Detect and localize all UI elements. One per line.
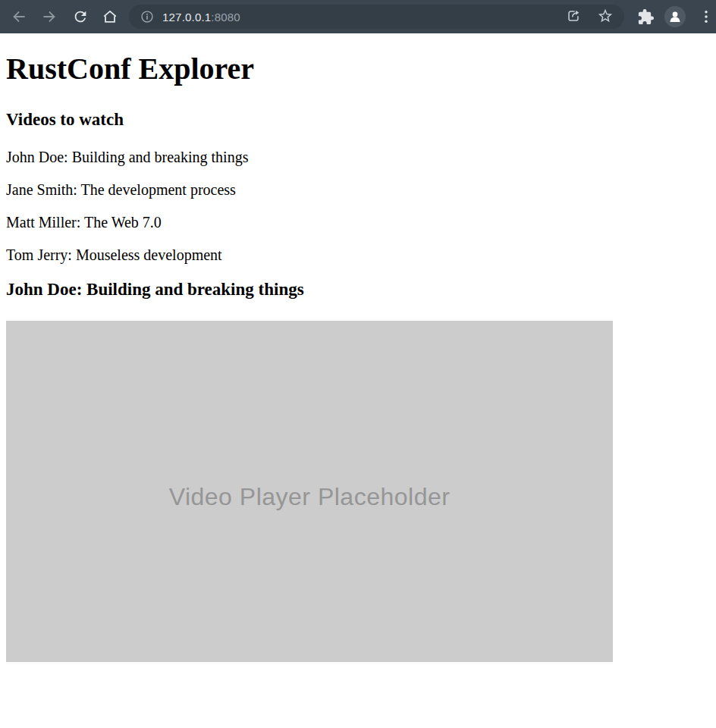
video-list-item[interactable]: Tom Jerry: Mouseless development [6,246,710,264]
browser-menu-button[interactable] [696,4,716,30]
extensions-button[interactable] [633,4,658,30]
url-host: 127.0.0.1 [162,11,211,24]
videos-section-heading: Videos to watch [6,109,710,130]
video-player-placeholder: Video Player Placeholder [6,321,613,662]
avatar [664,6,686,27]
reload-button[interactable] [68,4,93,30]
video-list-item[interactable]: John Doe: Building and breaking things [6,149,710,166]
address-bar[interactable]: 127.0.0.1:8080 [129,5,624,29]
bookmark-button[interactable] [595,6,616,27]
url-text: 127.0.0.1:8080 [162,11,240,24]
video-list-item[interactable]: Matt Miller: The Web 7.0 [6,214,710,231]
extensions-puzzle-icon [637,8,655,26]
page-content: RustConf Explorer Videos to watch John D… [0,52,716,662]
video-list-item[interactable]: Jane Smith: The development process [6,181,710,199]
home-button[interactable] [97,4,123,30]
share-icon [565,8,582,27]
forward-button[interactable] [36,4,62,30]
three-dot-menu-icon [698,8,714,25]
placeholder-text: Video Player Placeholder [169,472,451,511]
share-button[interactable] [563,6,584,27]
reload-icon [72,8,89,25]
back-button[interactable] [6,4,32,30]
forward-icon [41,8,58,25]
site-info-icon[interactable] [140,9,155,24]
profile-button[interactable] [662,4,688,30]
selected-video-heading: John Doe: Building and breaking things [6,279,710,300]
page-title: RustConf Explorer [6,52,710,86]
browser-toolbar: 127.0.0.1:8080 [0,0,716,33]
back-icon [11,8,27,25]
url-port: :8080 [211,11,240,24]
bookmark-star-icon [597,8,614,27]
home-icon [102,8,118,25]
